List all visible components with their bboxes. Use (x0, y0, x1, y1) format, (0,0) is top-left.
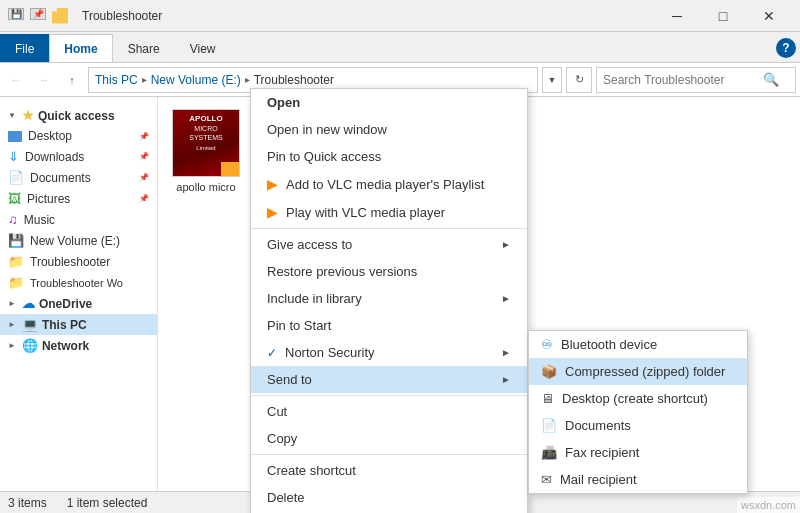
breadcrumb-item-current: Troubleshooter (254, 73, 334, 87)
maximize-button[interactable]: □ (700, 0, 746, 32)
vlc-icon-add: ▶ (267, 176, 278, 192)
bluetooth-icon: ♾ (541, 337, 553, 352)
ctx-include-library-label: Include in library (267, 291, 362, 306)
ctx-open[interactable]: Open (251, 89, 527, 116)
breadcrumb-sep-2: ▸ (245, 74, 250, 85)
sidebar-item-documents[interactable]: 📄 Documents 📌 (0, 167, 157, 188)
ctx-include-library[interactable]: Include in library ► (251, 285, 527, 312)
tab-view[interactable]: View (175, 34, 231, 62)
submenu-mail[interactable]: ✉ Mail recipient (529, 466, 747, 493)
ctx-delete[interactable]: Delete (251, 484, 527, 511)
submenu-mail-label: Mail recipient (560, 472, 637, 487)
sidebar-icon-quickaccess: ★ (22, 108, 34, 123)
ctx-send-to[interactable]: Send to ► (251, 366, 527, 393)
ctx-copy[interactable]: Copy (251, 425, 527, 452)
sidebar-label-troubleshooter: Troubleshooter (30, 255, 110, 269)
mail-icon: ✉ (541, 472, 552, 487)
address-chevron[interactable]: ▼ (542, 67, 562, 93)
ctx-send-to-label: Send to (267, 372, 312, 387)
breadcrumb-item-thispc[interactable]: This PC (95, 73, 138, 87)
submenu-bluetooth[interactable]: ♾ Bluetooth device (529, 331, 747, 358)
file-name: apollo micro (170, 181, 242, 193)
help-button[interactable]: ? (776, 38, 796, 58)
ctx-open-label: Open (267, 95, 300, 110)
ctx-vlc-play[interactable]: ▶ Play with VLC media player (251, 198, 527, 226)
downloads-icon: ⇓ (8, 149, 19, 164)
music-icon: ♫ (8, 212, 18, 227)
ctx-delete-label: Delete (267, 490, 305, 505)
items-count: 3 items (8, 496, 47, 510)
submenu-documents[interactable]: 📄 Documents (529, 412, 747, 439)
pin-icon-downloads: 📌 (139, 152, 149, 161)
ctx-vlc-add[interactable]: ▶ Add to VLC media player's Playlist (251, 170, 527, 198)
sidebar-group-onedrive[interactable]: ► ☁ OneDrive (0, 293, 157, 314)
fax-icon: 📠 (541, 445, 557, 460)
ctx-pin-quick[interactable]: Pin to Quick access (251, 143, 527, 170)
sidebar-group-quick-access[interactable]: ▼ ★ Quick access (0, 105, 157, 126)
ctx-pin-start[interactable]: Pin to Start (251, 312, 527, 339)
sidebar-item-music[interactable]: ♫ Music (0, 209, 157, 230)
sidebar-label-pictures: Pictures (27, 192, 70, 206)
forward-button[interactable]: → (32, 68, 56, 92)
sidebar-label-documents: Documents (30, 171, 91, 185)
tab-home[interactable]: Home (49, 34, 112, 62)
sidebar-label-onedrive: OneDrive (39, 297, 92, 311)
ctx-restore-previous[interactable]: Restore previous versions (251, 258, 527, 285)
tab-share[interactable]: Share (113, 34, 175, 62)
ctx-norton-arrow: ► (501, 347, 511, 358)
title-bar-icons: 💾 📌 (8, 8, 74, 24)
submenu-desktop[interactable]: 🖥 Desktop (create shortcut) (529, 385, 747, 412)
ctx-vlc-play-left: ▶ Play with VLC media player (267, 204, 445, 220)
search-input[interactable] (603, 73, 763, 87)
ribbon: File Home Share View ? (0, 32, 800, 63)
tab-file[interactable]: File (0, 34, 49, 62)
breadcrumb-sep-1: ▸ (142, 74, 147, 85)
sidebar-item-troubleshooter[interactable]: 📁 Troubleshooter (0, 251, 157, 272)
up-button[interactable]: ↑ (60, 68, 84, 92)
sidebar-item-desktop[interactable]: Desktop 📌 (0, 126, 157, 146)
sidebar-label-thispc: This PC (42, 318, 87, 332)
back-button[interactable]: ← (4, 68, 28, 92)
ctx-divider-2 (251, 395, 527, 396)
ctx-vlc-add-label: Add to VLC media player's Playlist (286, 177, 484, 192)
sidebar-item-newvolume[interactable]: 💾 New Volume (E:) (0, 230, 157, 251)
ctx-send-to-arrow: ► (501, 374, 511, 385)
ctx-create-shortcut-label: Create shortcut (267, 463, 356, 478)
norton-check-icon: ✓ (267, 346, 277, 360)
file-item[interactable]: APOLLO MICRO SYSTEMS Limited apollo micr… (166, 105, 246, 197)
refresh-button[interactable]: ↻ (566, 67, 592, 93)
sidebar-label-downloads: Downloads (25, 150, 84, 164)
ctx-give-access[interactable]: Give access to ► (251, 231, 527, 258)
close-button[interactable]: ✕ (746, 0, 792, 32)
ctx-norton-label: Norton Security (285, 345, 375, 360)
submenu-zip[interactable]: 📦 Compressed (zipped) folder (529, 358, 747, 385)
quick-access-icon[interactable]: 💾 (8, 8, 24, 20)
ctx-create-shortcut[interactable]: Create shortcut (251, 457, 527, 484)
ctx-pin-quick-label: Pin to Quick access (267, 149, 381, 164)
sidebar-label-newvolume: New Volume (E:) (30, 234, 120, 248)
submenu-fax[interactable]: 📠 Fax recipient (529, 439, 747, 466)
breadcrumb-item-volume[interactable]: New Volume (E:) (151, 73, 241, 87)
sidebar-group-network[interactable]: ► 🌐 Network (0, 335, 157, 356)
sidebar-item-downloads[interactable]: ⇓ Downloads 📌 (0, 146, 157, 167)
ctx-cut[interactable]: Cut (251, 398, 527, 425)
ctx-restore-previous-label: Restore previous versions (267, 264, 417, 279)
ctx-give-access-label: Give access to (267, 237, 352, 252)
minimize-button[interactable]: ─ (654, 0, 700, 32)
window-controls: ─ □ ✕ (654, 0, 792, 32)
search-box[interactable]: 🔍 (596, 67, 796, 93)
thispc-icon: 💻 (22, 317, 38, 332)
submenu-documents-label: Documents (565, 418, 631, 433)
ctx-norton[interactable]: ✓ Norton Security ► (251, 339, 527, 366)
submenu-desktop-label: Desktop (create shortcut) (562, 391, 708, 406)
pin-icon-pictures: 📌 (139, 194, 149, 203)
sidebar-group-thispc[interactable]: ► 💻 This PC (0, 314, 157, 335)
sidebar-item-troubleshooter-wo[interactable]: 📁 Troubleshooter Wo (0, 272, 157, 293)
sidebar-item-pictures[interactable]: 🖼 Pictures 📌 (0, 188, 157, 209)
ctx-open-new-window-label: Open in new window (267, 122, 387, 137)
sidebar-label-desktop: Desktop (28, 129, 72, 143)
pin-icon[interactable]: 📌 (30, 8, 46, 20)
selection-count: 1 item selected (67, 496, 148, 510)
ctx-open-new-window[interactable]: Open in new window (251, 116, 527, 143)
ribbon-tabs: File Home Share View ? (0, 32, 800, 62)
